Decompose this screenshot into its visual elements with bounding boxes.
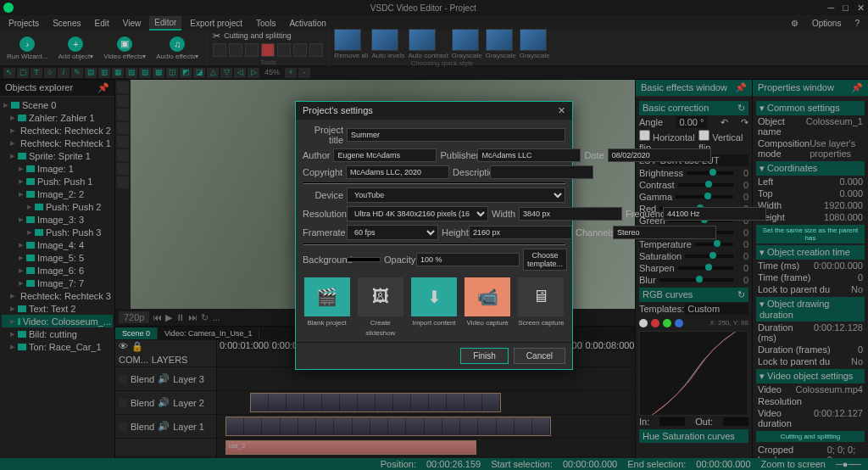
resolution-select[interactable]: Ultra HD 4K 3840x2160 pixels (16 bbox=[347, 206, 488, 221]
height-input[interactable] bbox=[469, 226, 572, 239]
project-settings-modal: Project's settings ✕ Project title Autho… bbox=[295, 101, 573, 370]
date-input[interactable] bbox=[608, 148, 711, 162]
channels-input[interactable] bbox=[613, 226, 716, 239]
tile-import-content[interactable]: ⬇Import content bbox=[409, 277, 458, 337]
modal-overlay: Project's settings ✕ Project title Autho… bbox=[0, 0, 868, 470]
author-input[interactable] bbox=[333, 148, 437, 162]
tile-create-slideshow[interactable]: 🖼Create slideshow bbox=[356, 277, 404, 337]
tile-blank-project[interactable]: 🎬Blank project bbox=[303, 277, 351, 337]
background-color-input[interactable] bbox=[347, 257, 381, 262]
width-input[interactable] bbox=[519, 207, 622, 221]
framerate-select[interactable]: 60 fps bbox=[347, 225, 438, 240]
modal-title: Project's settings bbox=[303, 105, 373, 115]
project-title-input[interactable] bbox=[347, 128, 565, 142]
publisher-input[interactable] bbox=[477, 148, 581, 162]
description-input[interactable] bbox=[490, 165, 593, 179]
choose-template-button[interactable]: Choose template... bbox=[523, 249, 567, 271]
tile-screen-capture[interactable]: 🖥Screen capture bbox=[517, 277, 565, 337]
copyright-input[interactable] bbox=[346, 165, 449, 179]
modal-close-icon[interactable]: ✕ bbox=[558, 105, 565, 116]
finish-button[interactable]: Finish bbox=[460, 348, 509, 364]
opacity-input[interactable] bbox=[416, 253, 520, 266]
cancel-button[interactable]: Cancel bbox=[514, 348, 565, 364]
tile-video-capture[interactable]: 📹Video capture bbox=[464, 277, 512, 337]
frequency-input[interactable] bbox=[663, 207, 766, 221]
device-select[interactable]: YouTube bbox=[347, 187, 565, 203]
